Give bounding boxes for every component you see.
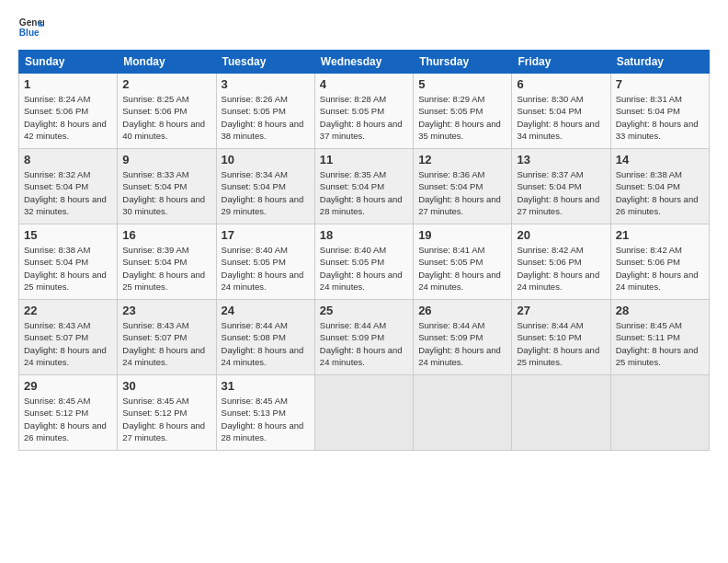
day-detail: Sunrise: 8:38 AMSunset: 5:04 PMDaylight:… bbox=[24, 245, 107, 292]
day-cell: 19 Sunrise: 8:41 AMSunset: 5:05 PMDaylig… bbox=[414, 224, 512, 300]
day-cell: 12 Sunrise: 8:36 AMSunset: 5:04 PMDaylig… bbox=[414, 149, 512, 224]
weekday-header-friday: Friday bbox=[512, 51, 610, 74]
day-detail: Sunrise: 8:41 AMSunset: 5:05 PMDaylight:… bbox=[418, 245, 501, 292]
day-number: 7 bbox=[616, 77, 704, 91]
day-number: 22 bbox=[24, 304, 112, 317]
day-number: 24 bbox=[222, 304, 310, 317]
day-number: 12 bbox=[418, 153, 506, 167]
day-cell: 20 Sunrise: 8:42 AMSunset: 5:06 PMDaylig… bbox=[512, 224, 610, 300]
day-detail: Sunrise: 8:38 AMSunset: 5:04 PMDaylight:… bbox=[616, 169, 699, 216]
day-number: 6 bbox=[517, 77, 605, 91]
day-cell: 15 Sunrise: 8:38 AMSunset: 5:04 PMDaylig… bbox=[19, 224, 118, 300]
day-detail: Sunrise: 8:45 AMSunset: 5:13 PMDaylight:… bbox=[222, 396, 304, 442]
day-detail: Sunrise: 8:34 AMSunset: 5:04 PMDaylight:… bbox=[222, 169, 304, 216]
day-cell: 10 Sunrise: 8:34 AMSunset: 5:04 PMDaylig… bbox=[216, 149, 314, 224]
day-number: 31 bbox=[222, 379, 310, 393]
day-number: 16 bbox=[122, 228, 210, 242]
day-detail: Sunrise: 8:39 AMSunset: 5:04 PMDaylight:… bbox=[122, 245, 205, 292]
day-detail: Sunrise: 8:25 AMSunset: 5:06 PMDaylight:… bbox=[122, 94, 205, 141]
day-cell: 23 Sunrise: 8:43 AMSunset: 5:07 PMDaylig… bbox=[118, 300, 216, 375]
day-detail: Sunrise: 8:42 AMSunset: 5:06 PMDaylight:… bbox=[517, 245, 599, 292]
day-detail: Sunrise: 8:45 AMSunset: 5:12 PMDaylight:… bbox=[24, 396, 107, 442]
day-number: 25 bbox=[320, 304, 408, 317]
weekday-header-wednesday: Wednesday bbox=[314, 51, 413, 74]
day-detail: Sunrise: 8:37 AMSunset: 5:04 PMDaylight:… bbox=[517, 169, 599, 216]
day-cell: 14 Sunrise: 8:38 AMSunset: 5:04 PMDaylig… bbox=[610, 149, 709, 224]
day-cell: 8 Sunrise: 8:32 AMSunset: 5:04 PMDayligh… bbox=[19, 149, 118, 224]
day-cell: 24 Sunrise: 8:44 AMSunset: 5:08 PMDaylig… bbox=[216, 300, 314, 375]
day-detail: Sunrise: 8:40 AMSunset: 5:05 PMDaylight:… bbox=[222, 245, 304, 292]
week-row-2: 8 Sunrise: 8:32 AMSunset: 5:04 PMDayligh… bbox=[19, 149, 710, 224]
day-cell: 6 Sunrise: 8:30 AMSunset: 5:04 PMDayligh… bbox=[512, 74, 610, 149]
day-number: 27 bbox=[517, 304, 605, 317]
day-cell: 13 Sunrise: 8:37 AMSunset: 5:04 PMDaylig… bbox=[512, 149, 610, 224]
day-number: 1 bbox=[24, 77, 112, 91]
day-cell: 27 Sunrise: 8:44 AMSunset: 5:10 PMDaylig… bbox=[512, 300, 610, 375]
day-cell: 1 Sunrise: 8:24 AMSunset: 5:06 PMDayligh… bbox=[19, 74, 118, 149]
day-detail: Sunrise: 8:36 AMSunset: 5:04 PMDaylight:… bbox=[418, 169, 501, 216]
day-detail: Sunrise: 8:28 AMSunset: 5:05 PMDaylight:… bbox=[320, 94, 403, 141]
calendar-body: 1 Sunrise: 8:24 AMSunset: 5:06 PMDayligh… bbox=[19, 74, 710, 451]
day-detail: Sunrise: 8:30 AMSunset: 5:04 PMDaylight:… bbox=[517, 94, 599, 141]
day-number: 15 bbox=[24, 228, 112, 242]
day-cell: 5 Sunrise: 8:29 AMSunset: 5:05 PMDayligh… bbox=[414, 74, 512, 149]
day-number: 30 bbox=[122, 379, 210, 393]
day-detail: Sunrise: 8:45 AMSunset: 5:11 PMDaylight:… bbox=[616, 320, 699, 367]
day-cell: 2 Sunrise: 8:25 AMSunset: 5:06 PMDayligh… bbox=[118, 74, 216, 149]
day-cell: 9 Sunrise: 8:33 AMSunset: 5:04 PMDayligh… bbox=[118, 149, 216, 224]
day-number: 5 bbox=[418, 77, 506, 91]
day-number: 14 bbox=[616, 153, 704, 167]
day-number: 23 bbox=[122, 304, 210, 317]
day-number: 18 bbox=[320, 228, 408, 242]
calendar: SundayMondayTuesdayWednesdayThursdayFrid… bbox=[18, 50, 710, 451]
day-detail: Sunrise: 8:42 AMSunset: 5:06 PMDaylight:… bbox=[616, 245, 699, 292]
day-detail: Sunrise: 8:44 AMSunset: 5:10 PMDaylight:… bbox=[517, 320, 599, 367]
day-cell: 18 Sunrise: 8:40 AMSunset: 5:05 PMDaylig… bbox=[314, 224, 413, 300]
week-row-5: 29 Sunrise: 8:45 AMSunset: 5:12 PMDaylig… bbox=[19, 375, 710, 451]
day-cell: 11 Sunrise: 8:35 AMSunset: 5:04 PMDaylig… bbox=[314, 149, 413, 224]
svg-text:Blue: Blue bbox=[19, 28, 40, 38]
day-detail: Sunrise: 8:26 AMSunset: 5:05 PMDaylight:… bbox=[222, 94, 304, 141]
day-cell: 17 Sunrise: 8:40 AMSunset: 5:05 PMDaylig… bbox=[216, 224, 314, 300]
day-cell: 7 Sunrise: 8:31 AMSunset: 5:04 PMDayligh… bbox=[610, 74, 709, 149]
week-row-4: 22 Sunrise: 8:43 AMSunset: 5:07 PMDaylig… bbox=[19, 300, 710, 375]
day-detail: Sunrise: 8:33 AMSunset: 5:04 PMDaylight:… bbox=[122, 169, 205, 216]
day-number: 26 bbox=[418, 304, 506, 317]
day-number: 13 bbox=[517, 153, 605, 167]
weekday-header-thursday: Thursday bbox=[414, 51, 512, 74]
day-cell bbox=[610, 375, 709, 451]
day-cell: 3 Sunrise: 8:26 AMSunset: 5:05 PMDayligh… bbox=[216, 74, 314, 149]
weekday-header-sunday: Sunday bbox=[19, 51, 118, 74]
day-number: 10 bbox=[222, 153, 310, 167]
day-cell: 4 Sunrise: 8:28 AMSunset: 5:05 PMDayligh… bbox=[314, 74, 413, 149]
logo: General Blue bbox=[18, 15, 48, 40]
day-number: 17 bbox=[222, 228, 310, 242]
day-detail: Sunrise: 8:40 AMSunset: 5:05 PMDaylight:… bbox=[320, 245, 403, 292]
day-number: 8 bbox=[24, 153, 112, 167]
calendar-header: SundayMondayTuesdayWednesdayThursdayFrid… bbox=[19, 51, 710, 74]
day-detail: Sunrise: 8:43 AMSunset: 5:07 PMDaylight:… bbox=[122, 320, 205, 367]
day-number: 11 bbox=[320, 153, 408, 167]
day-detail: Sunrise: 8:35 AMSunset: 5:04 PMDaylight:… bbox=[320, 169, 403, 216]
day-cell: 26 Sunrise: 8:44 AMSunset: 5:09 PMDaylig… bbox=[414, 300, 512, 375]
day-detail: Sunrise: 8:43 AMSunset: 5:07 PMDaylight:… bbox=[24, 320, 107, 367]
day-detail: Sunrise: 8:31 AMSunset: 5:04 PMDaylight:… bbox=[616, 94, 699, 141]
week-row-3: 15 Sunrise: 8:38 AMSunset: 5:04 PMDaylig… bbox=[19, 224, 710, 300]
day-cell: 28 Sunrise: 8:45 AMSunset: 5:11 PMDaylig… bbox=[610, 300, 709, 375]
day-number: 20 bbox=[517, 228, 605, 242]
day-cell: 21 Sunrise: 8:42 AMSunset: 5:06 PMDaylig… bbox=[610, 224, 709, 300]
day-detail: Sunrise: 8:24 AMSunset: 5:06 PMDaylight:… bbox=[24, 94, 107, 141]
day-number: 19 bbox=[418, 228, 506, 242]
day-number: 4 bbox=[320, 77, 408, 91]
page: General Blue SundayMondayTuesdayWednesda… bbox=[0, 0, 728, 460]
day-cell bbox=[314, 375, 413, 451]
day-detail: Sunrise: 8:44 AMSunset: 5:09 PMDaylight:… bbox=[418, 320, 501, 367]
day-number: 2 bbox=[122, 77, 210, 91]
weekday-row: SundayMondayTuesdayWednesdayThursdayFrid… bbox=[19, 51, 710, 74]
day-detail: Sunrise: 8:44 AMSunset: 5:08 PMDaylight:… bbox=[222, 320, 304, 367]
day-number: 21 bbox=[616, 228, 704, 242]
day-detail: Sunrise: 8:32 AMSunset: 5:04 PMDaylight:… bbox=[24, 169, 107, 216]
day-cell: 31 Sunrise: 8:45 AMSunset: 5:13 PMDaylig… bbox=[216, 375, 314, 451]
weekday-header-monday: Monday bbox=[118, 51, 216, 74]
day-number: 3 bbox=[222, 77, 310, 91]
